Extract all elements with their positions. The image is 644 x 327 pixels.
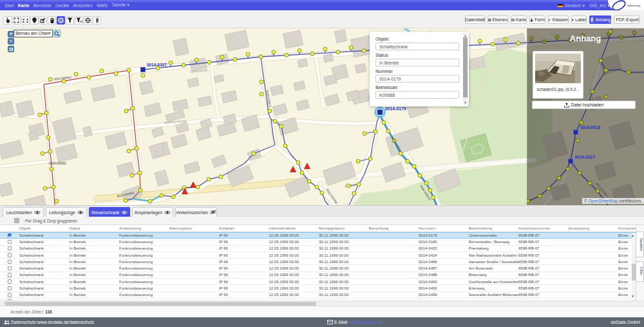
svg-text:0014-0317: 0014-0317: [575, 155, 595, 159]
svg-text:0014-0018: 0014-0018: [580, 125, 600, 130]
svg-text:sixData.energy: sixData.energy: [627, 5, 641, 7]
svg-text:0014-0337: 0014-0337: [147, 63, 167, 67]
svg-text:0014-033401: 0014-033401: [49, 162, 67, 165]
svg-text:0014-0179: 0014-0179: [385, 106, 406, 111]
